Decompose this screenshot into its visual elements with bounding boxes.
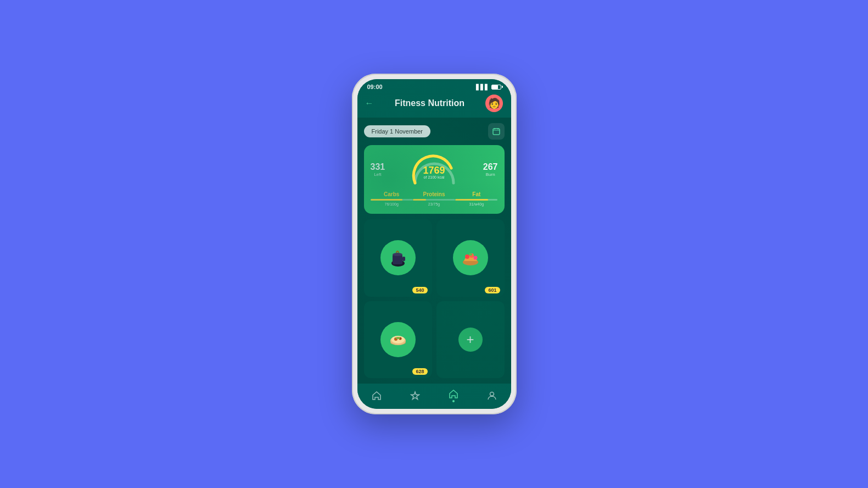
svg-rect-6 <box>402 257 405 261</box>
burn-label: Burn <box>486 172 495 177</box>
signal-icon: ▋▋▋ <box>476 84 489 90</box>
svg-rect-0 <box>493 129 500 135</box>
carbs-bar-fill <box>371 199 403 201</box>
calendar-button[interactable] <box>488 123 505 140</box>
food-badge-3: 628 <box>412 368 427 375</box>
add-food-circle: + <box>458 328 483 352</box>
nav-home[interactable] <box>366 390 387 402</box>
macro-proteins: Proteins 23/75g <box>413 191 455 206</box>
home-icon <box>372 391 382 401</box>
page-title: Fitness Nutrition <box>395 98 464 108</box>
proteins-values: 23/75g <box>428 202 440 206</box>
carbs-bar-track <box>371 199 413 201</box>
calorie-main: 331 Left 1769 of 2100 kcal <box>371 153 498 186</box>
carbs-values: 76/100g <box>385 202 399 206</box>
battery-icon <box>491 85 501 90</box>
food-card-3[interactable]: 628 <box>364 301 432 379</box>
main-content: Friday 1 November 331 Left <box>357 118 511 384</box>
status-time: 09:00 <box>367 84 383 90</box>
phone-frame: 09:00 ▋▋▋ ← Fitness Nutrition 🧑 Friday 1… <box>352 74 517 414</box>
svg-point-18 <box>396 337 400 339</box>
add-food-card[interactable]: + <box>436 301 505 379</box>
fat-label: Fat <box>472 191 480 197</box>
proteins-bar-fill <box>413 199 426 201</box>
fruit-bowl-icon <box>460 247 481 269</box>
calorie-value: 1769 <box>423 165 445 175</box>
svg-point-19 <box>490 392 494 396</box>
svg-point-9 <box>465 254 469 259</box>
calorie-subtitle: of 2100 kcal <box>424 175 445 179</box>
phone-screen: 09:00 ▋▋▋ ← Fitness Nutrition 🧑 Friday 1… <box>357 79 511 409</box>
gauge-container: 1769 of 2100 kcal <box>410 153 459 186</box>
proteins-bar-track <box>413 199 455 201</box>
status-bar: 09:00 ▋▋▋ <box>357 79 511 92</box>
food-image-1 <box>380 240 416 275</box>
food-badge-1: 540 <box>412 287 427 293</box>
left-calories: 331 <box>371 162 385 172</box>
food-card-2[interactable]: 601 <box>436 219 505 297</box>
macro-carbs: Carbs 76/100g <box>371 191 413 206</box>
fat-bar-fill <box>455 199 488 201</box>
food-image-3 <box>380 322 416 357</box>
fat-values: 31/w40g <box>469 202 484 206</box>
date-pill[interactable]: Friday 1 November <box>364 125 431 137</box>
svg-point-12 <box>469 253 472 256</box>
nav-profile[interactable] <box>481 390 502 402</box>
macro-row: Carbs 76/100g Proteins 23/75g <box>371 191 498 206</box>
calorie-card: 331 Left 1769 of 2100 kcal <box>364 145 505 214</box>
add-icon: + <box>466 332 474 347</box>
dashboard-icon <box>449 389 458 399</box>
avatar[interactable]: 🧑 <box>485 95 503 112</box>
date-row: Friday 1 November <box>364 123 505 140</box>
right-stat: 267 Burn <box>483 162 498 177</box>
nav-dot <box>452 400 455 402</box>
nav-favorites[interactable] <box>405 390 425 402</box>
gauge-center: 1769 of 2100 kcal <box>423 165 445 179</box>
food-badge-2: 601 <box>485 287 500 293</box>
meal-icon <box>387 329 409 351</box>
coffee-icon <box>387 247 409 269</box>
back-button[interactable]: ← <box>365 98 374 108</box>
profile-icon <box>487 391 497 401</box>
fat-bar-track <box>455 199 497 201</box>
left-label: Left <box>374 172 381 177</box>
star-icon <box>410 391 420 401</box>
left-stat: 331 Left <box>371 162 385 177</box>
food-image-2 <box>453 240 488 275</box>
bottom-nav <box>357 384 511 409</box>
proteins-label: Proteins <box>423 191 445 197</box>
status-icons: ▋▋▋ <box>476 84 501 90</box>
macro-fat: Fat 31/w40g <box>455 191 497 206</box>
calendar-icon <box>492 127 500 135</box>
svg-point-7 <box>393 253 402 256</box>
burn-calories: 267 <box>483 162 498 172</box>
carbs-label: Carbs <box>384 191 399 197</box>
svg-point-11 <box>473 256 477 260</box>
app-header: ← Fitness Nutrition 🧑 <box>357 92 511 118</box>
nav-dashboard[interactable] <box>443 388 464 403</box>
food-grid: 540 601 <box>364 219 505 378</box>
food-card-1[interactable]: 540 <box>364 219 432 297</box>
